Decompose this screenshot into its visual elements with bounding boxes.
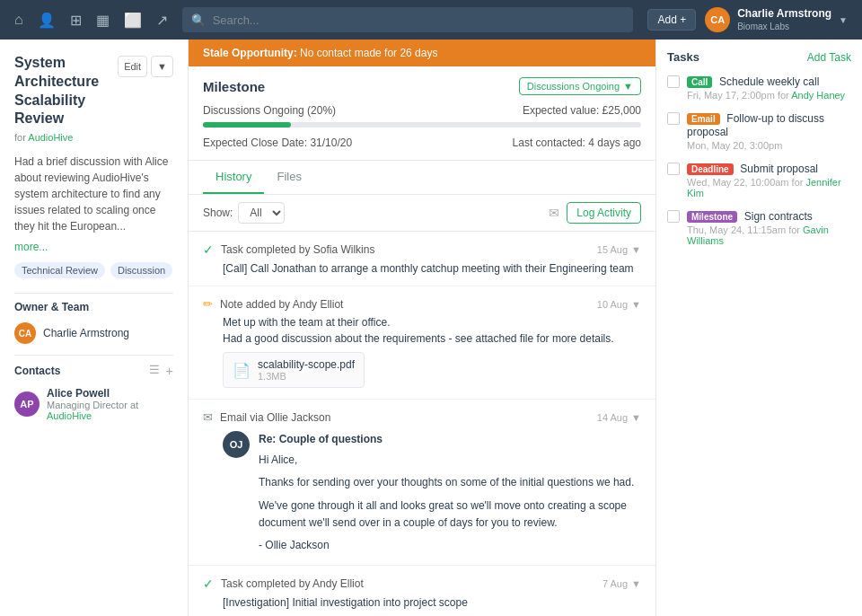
milestone-row: Milestone Discussions Ongoing ▼ — [203, 77, 641, 95]
filter-select[interactable]: All — [238, 202, 285, 224]
contact-name: Alice Powell — [47, 387, 173, 400]
task-meta: Mon, May 20, 3:00pm — [687, 140, 851, 151]
tab-history[interactable]: History — [203, 161, 264, 194]
task-content: Email Follow-up to discuss proposal Mon,… — [687, 111, 851, 151]
history-date: 14 Aug ▼ — [597, 412, 641, 423]
edit-button[interactable]: Edit — [118, 56, 147, 77]
history-date: 10 Aug ▼ — [597, 299, 641, 310]
tab-files[interactable]: Files — [264, 161, 313, 194]
search-input[interactable] — [213, 13, 625, 27]
owner-row: CA Charlie Armstrong — [14, 322, 173, 344]
task-badge-milestone: Milestone — [687, 211, 737, 223]
task-content: Deadline Submit proposal Wed, May 22, 10… — [687, 162, 851, 198]
right-sidebar: Tasks Add Task Call Schedule weekly call… — [655, 40, 862, 616]
for-company: for AudioHive — [14, 132, 173, 143]
progress-labels: Discussions Ongoing (20%) Expected value… — [203, 104, 641, 117]
attachment[interactable]: 📄 scalability-scope.pdf 1.3MB — [223, 352, 365, 388]
contact-info: Alice Powell Managing Director at AudioH… — [47, 387, 173, 421]
task-checkbox[interactable] — [667, 163, 680, 175]
contact-avatar: AP — [14, 392, 40, 417]
history-item-header: ✓ Task completed by Andy Elliot 7 Aug ▼ — [203, 576, 641, 591]
add-button[interactable]: Add + — [647, 9, 696, 31]
avatar: CA — [705, 7, 730, 32]
divider — [14, 293, 173, 294]
email-content: Re: Couple of questions Hi Alice, Thanks… — [259, 431, 641, 554]
chevron-down-icon[interactable]: ▼ — [631, 299, 641, 310]
expected-value: Expected value: £25,000 — [523, 104, 641, 117]
task-text: Submit proposal — [740, 163, 818, 175]
tag-discussion[interactable]: Discussion — [110, 262, 172, 278]
task-checkbox[interactable] — [667, 112, 680, 125]
task-assignee[interactable]: Andy Haney — [791, 90, 845, 101]
tag-technical-review[interactable]: Technical Review — [14, 262, 105, 278]
progress-label: Discussions Ongoing (20%) — [203, 104, 336, 117]
opportunity-title: System Architecture Scalability Review — [14, 54, 112, 128]
check-icon: ✓ — [203, 576, 214, 591]
stale-message: No contact made for 26 days — [300, 47, 437, 59]
search-bar: 🔍 — [182, 7, 634, 32]
tabs-bar: History Files — [189, 161, 655, 195]
task-item: Call Schedule weekly call Fri, May 17, 2… — [667, 75, 851, 101]
pdf-icon: 📄 — [233, 362, 251, 379]
history-body: Met up with the team at their office. Ha… — [203, 316, 641, 388]
task-checkbox[interactable] — [667, 75, 680, 88]
user-menu[interactable]: CA Charlie Armstrong Biomax Labs ▼ — [705, 7, 848, 33]
expand-button[interactable]: ▼ — [151, 56, 173, 77]
history-item-title: ✓ Task completed by Sofia Wilkins — [203, 242, 374, 257]
task-content: Milestone Sign contracts Thu, May 24, 11… — [687, 209, 851, 246]
progress-bar-track — [203, 122, 641, 128]
task-badge-call: Call — [687, 76, 712, 88]
chart-icon[interactable]: ▦ — [96, 12, 110, 29]
progress-bar-fill — [203, 122, 291, 128]
filename: scalability-scope.pdf — [258, 358, 355, 371]
contacts-header: Contacts ☰ + — [14, 363, 173, 378]
list-icon[interactable]: ☰ — [149, 363, 160, 378]
history-body: [Call] Call Jonathan to arrange a monthl… — [203, 262, 641, 275]
top-navigation: ⌂ 👤 ⊞ ▦ ⬜ ↗ 🔍 Add + CA Charlie Armstrong… — [0, 0, 862, 40]
task-badge-deadline: Deadline — [687, 163, 734, 175]
home-icon[interactable]: ⌂ — [14, 12, 23, 28]
add-task-button[interactable]: Add Task — [807, 51, 851, 64]
task-item: Email Follow-up to discuss proposal Mon,… — [667, 111, 851, 151]
chevron-down-icon[interactable]: ▼ — [631, 244, 641, 255]
trend-icon[interactable]: ↗ — [156, 12, 168, 29]
task-item: Milestone Sign contracts Thu, May 24, 11… — [667, 209, 851, 246]
chevron-down-icon[interactable]: ▼ — [631, 412, 641, 423]
add-contact-icon[interactable]: + — [165, 363, 173, 378]
contact-company-link[interactable]: AudioHive — [47, 410, 92, 421]
history-item-title: ✓ Task completed by Andy Elliot — [203, 576, 364, 591]
user-name: Charlie Armstrong — [737, 7, 831, 22]
history-date: 15 Aug ▼ — [597, 244, 641, 255]
company-link[interactable]: AudioHive — [28, 132, 73, 143]
task-checkbox[interactable] — [667, 210, 680, 223]
task-text: Sign contracts — [744, 210, 813, 223]
history-item: ✉ Email via Ollie Jackson 14 Aug ▼ OJ Re… — [189, 400, 655, 566]
note-icon: ✏ — [203, 297, 213, 311]
log-activity-button[interactable]: Log Activity — [567, 202, 641, 224]
email-body: OJ Re: Couple of questions Hi Alice, Tha… — [203, 431, 641, 554]
user-name-block: Charlie Armstrong Biomax Labs — [737, 7, 831, 33]
email-sender-avatar: OJ — [223, 431, 250, 458]
status-badge[interactable]: Discussions Ongoing ▼ — [519, 77, 641, 95]
history-author: Task completed by Sofia Wilkins — [221, 243, 374, 256]
history-item-header: ✏ Note added by Andy Elliot 10 Aug ▼ — [203, 297, 641, 311]
more-link[interactable]: more... — [14, 241, 48, 253]
email-sender-row: OJ Re: Couple of questions Hi Alice, Tha… — [223, 431, 641, 554]
chevron-down-icon[interactable]: ▼ — [631, 578, 641, 589]
filesize: 1.3MB — [258, 371, 355, 382]
progress-section: Discussions Ongoing (20%) Expected value… — [203, 104, 641, 149]
history-item: ✓ Task completed by Andy Elliot 7 Aug ▼ … — [189, 566, 655, 616]
tags: Technical Review Discussion — [14, 262, 173, 278]
search-icon: 🔍 — [191, 13, 206, 27]
contact-role: Managing Director at AudioHive — [47, 400, 173, 421]
calendar-icon[interactable]: ⊞ — [70, 12, 82, 29]
document-icon[interactable]: ⬜ — [124, 12, 142, 29]
user-company: Biomax Labs — [737, 21, 831, 32]
history-content: ✓ Task completed by Sofia Wilkins 15 Aug… — [189, 232, 655, 616]
task-meta: Thu, May 24, 11:15am for Gavin Williams — [687, 224, 851, 246]
contacts-section-header: Contacts — [14, 365, 60, 377]
person-icon[interactable]: 👤 — [38, 12, 56, 29]
task-meta: Wed, May 22, 10:00am for Jennifer Kim — [687, 177, 851, 198]
history-date: 7 Aug ▼ — [603, 578, 641, 589]
history-body: [Investigation] Initial investigation in… — [203, 596, 641, 609]
